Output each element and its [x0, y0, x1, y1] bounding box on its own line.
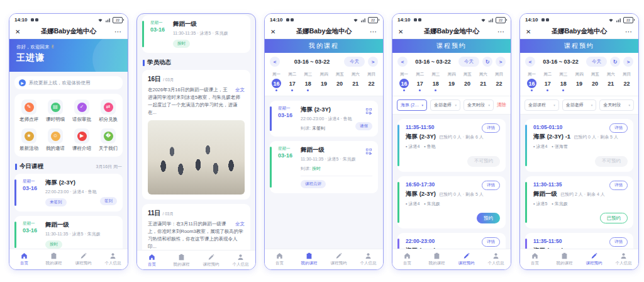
filter-teacher[interactable]: 全部老师▾	[562, 99, 597, 111]
leave-request-button[interactable]: 请假	[355, 122, 372, 130]
weekday-thu[interactable]: 周四19	[571, 72, 587, 91]
tab-booking[interactable]: 课程预约	[196, 251, 226, 270]
booking-card[interactable]: 01:05-01:10 详情 海豚 (2-3Y) -1已预约 0 人 · 剩余 …	[525, 119, 633, 172]
read-more-link[interactable]: 全文	[235, 86, 245, 94]
tab-my-courses[interactable]: 我的课程	[167, 251, 196, 270]
booked-button[interactable]: 已预约	[600, 213, 628, 223]
booking-card[interactable]: 11:35-11:50 详情 海豚 (2-3Y)已预约 0 人 · 剩余 6 人…	[397, 119, 506, 172]
detail-button[interactable]: 详情	[482, 123, 500, 133]
next-week-button[interactable]: >	[368, 57, 378, 67]
read-more-link[interactable]: 全文	[235, 220, 245, 228]
prev-week-button[interactable]: <	[270, 57, 280, 67]
tab-my-courses[interactable]: 我的课程	[294, 249, 324, 269]
weekday-thu[interactable]: 周四19	[316, 72, 331, 91]
today-button[interactable]: 今天	[344, 57, 365, 67]
weekday-sun[interactable]: 周日22	[364, 72, 379, 91]
tab-home[interactable]: 首页	[137, 251, 167, 270]
tab-profile[interactable]: 个人信息	[609, 249, 638, 269]
course-card[interactable]: 星期一03-16 舞蹈一级 11:30-11:35 · 泳道5 · 朱兆媛 到课…	[270, 141, 378, 193]
detail-button[interactable]: 详情	[609, 123, 628, 133]
weekday-tue[interactable]: 周二17	[412, 72, 428, 91]
prev-week-button[interactable]: <	[397, 57, 408, 67]
today-button[interactable]: 今天	[458, 57, 479, 67]
today-class-card[interactable]: 星期一03-16 海豚 (2-3Y) 22:00-23:00 · 泳道4 · 鲁…	[14, 174, 123, 212]
more-menu-icon[interactable]: ⋯	[370, 28, 377, 36]
weekday-wed[interactable]: 周三18	[300, 72, 316, 91]
filter-timeslot[interactable]: 全天时段▾	[599, 99, 634, 111]
more-menu-icon[interactable]: ⋯	[625, 28, 633, 36]
moment-photo-large[interactable]	[148, 120, 245, 195]
qr-code-icon[interactable]	[365, 106, 372, 117]
menu-item-hours-detail[interactable]: ▤课时明细	[42, 99, 69, 123]
more-menu-icon[interactable]: ⋯	[497, 28, 505, 36]
weekday-mon[interactable]: 周一16	[524, 72, 540, 91]
qr-code-icon[interactable]	[365, 146, 372, 157]
menu-item-points-exchange[interactable]: ⇄积分兑换	[95, 99, 121, 123]
menu-item-leave-approval[interactable]: ✓请假审批	[69, 99, 95, 123]
detail-button[interactable]: 详情	[609, 237, 628, 247]
notice-banner[interactable]: ▶ 系统更新上线，欢迎体验使用	[14, 76, 123, 89]
tab-profile[interactable]: 个人信息	[481, 249, 511, 269]
menu-item-my-invites[interactable]: ☺我的邀请	[42, 128, 69, 152]
weekday-fri[interactable]: 周五20	[332, 72, 348, 91]
tab-profile[interactable]: 个人信息	[353, 249, 383, 269]
weekday-tue[interactable]: 周二17	[284, 72, 300, 91]
menu-item-teacher-review[interactable]: ✎老师点评	[16, 99, 42, 123]
weekday-sun[interactable]: 周日22	[619, 72, 635, 91]
weekday-fri[interactable]: 周五20	[460, 72, 475, 91]
menu-item-course-intro[interactable]: ▶课程介绍	[69, 128, 95, 152]
weekday-thu[interactable]: 周四19	[443, 72, 459, 91]
weekday-fri[interactable]: 周五20	[587, 72, 603, 91]
course-review-button[interactable]: 课程点评	[301, 180, 326, 188]
prev-week-button[interactable]: <	[525, 57, 535, 67]
more-menu-icon[interactable]: ⋯	[114, 28, 122, 36]
today-class-card[interactable]: 星期一03-16 舞蹈一级 11:30-11:35 · 泳道5 · 朱兆媛 按时	[142, 15, 250, 53]
weekday-tue[interactable]: 周二17	[540, 72, 555, 91]
filter-timeslot[interactable]: 全天时段▾	[464, 99, 494, 111]
weekday-sat[interactable]: 周六21	[475, 72, 491, 91]
check-in-button[interactable]: 签到	[100, 197, 117, 205]
tab-my-courses[interactable]: 我的课程	[39, 249, 69, 269]
tab-home[interactable]: 首页	[520, 249, 550, 269]
weekday-sat[interactable]: 周六21	[603, 72, 619, 91]
filter-teacher[interactable]: 全部老师▾	[430, 99, 460, 111]
detail-button[interactable]: 详情	[482, 237, 500, 247]
tab-home[interactable]: 首页	[265, 249, 294, 269]
booking-card[interactable]: 11:30-11:35 详情 舞蹈一级已预约 2 人 · 剩余 4 人 • 泳道…	[525, 176, 633, 229]
tab-profile[interactable]: 个人信息	[226, 251, 255, 270]
today-button[interactable]: 今天	[586, 57, 607, 67]
filter-course[interactable]: 全部课程▾	[525, 99, 559, 111]
weekday-mon[interactable]: 周一16	[396, 72, 412, 91]
tab-home[interactable]: 首页	[392, 249, 422, 269]
home-icon	[148, 254, 155, 261]
detail-button[interactable]: 详情	[482, 181, 500, 190]
weekday-wed[interactable]: 周三18	[555, 72, 571, 91]
menu-item-latest-activity[interactable]: ★最新活动	[16, 128, 42, 152]
tab-booking[interactable]: 课程预约	[69, 249, 98, 269]
next-week-button[interactable]: >	[623, 57, 633, 67]
detail-button[interactable]: 详情	[609, 181, 628, 190]
filter-course[interactable]: 海豚 (2-3Y)▾	[397, 99, 427, 111]
refresh-button[interactable]: ↻	[482, 57, 492, 67]
tab-my-courses[interactable]: 我的课程	[422, 249, 452, 269]
weekday-wed[interactable]: 周三18	[428, 72, 443, 91]
tab-profile[interactable]: 个人信息	[98, 249, 128, 269]
book-button[interactable]: 预约	[477, 213, 500, 223]
course-card[interactable]: 星期一03-16 海豚 (2-3Y) 22:00-23:00 · 泳道4 · 鲁…	[270, 101, 378, 137]
refresh-button[interactable]: ↻	[610, 57, 620, 67]
next-week-button[interactable]: >	[496, 57, 506, 67]
tab-booking[interactable]: 课程预约	[452, 249, 481, 269]
tab-home[interactable]: 首页	[9, 249, 39, 269]
booked-button[interactable]: 已预约	[472, 270, 501, 271]
today-class-card[interactable]: 星期一03-16 舞蹈一级 11:30-11:35 · 泳道5 · 朱兆媛 按时	[14, 216, 123, 254]
menu-item-about-us[interactable]: �关于我们	[95, 128, 121, 152]
clear-filters-button[interactable]: 清除	[497, 102, 506, 108]
moment-card[interactable]: 16日/ 03月 全文在2026年3月16日的舞蹈一级课上，王进谦同学准时来到泳…	[142, 70, 250, 200]
tab-my-courses[interactable]: 我的课程	[550, 249, 579, 269]
tab-booking[interactable]: 课程预约	[579, 249, 609, 269]
tab-booking[interactable]: 课程预约	[324, 249, 353, 269]
booking-card[interactable]: 16:50-17:30 详情 海豚 (2-3Y)已预约 0 人 · 剩余 5 人…	[397, 176, 506, 229]
weekday-mon[interactable]: 周一16	[269, 72, 284, 91]
weekday-sun[interactable]: 周日22	[491, 72, 507, 91]
weekday-sat[interactable]: 周六21	[348, 72, 364, 91]
